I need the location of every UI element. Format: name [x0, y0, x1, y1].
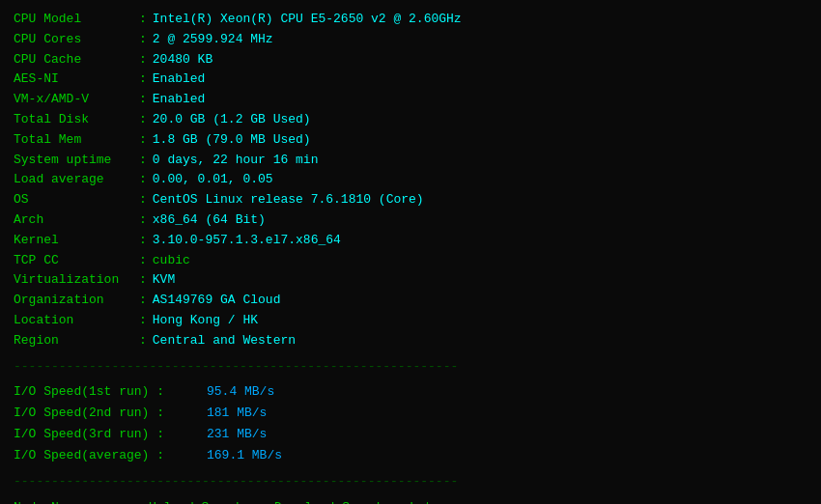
info-value: Central and Western: [153, 331, 296, 351]
io-row: I/O Speed(3rd run) :231 MB/s: [14, 424, 807, 445]
info-label: Load average: [14, 170, 139, 190]
info-row: VM-x/AMD-V:Enabled: [14, 90, 807, 110]
info-value: cubic: [153, 251, 190, 271]
sysinfo-table: CPU Model:Intel(R) Xeon(R) CPU E5-2650 v…: [14, 10, 807, 374]
speedtest-section: Node Name Upload Speed Download Speed La…: [14, 496, 807, 504]
info-label: Location: [14, 311, 139, 331]
io-value: 169.1 MB/s: [207, 445, 282, 466]
info-row: System uptime:0 days, 22 hour 16 min: [14, 151, 807, 171]
info-sep: :: [139, 50, 147, 70]
io-label: I/O Speed(average) :: [14, 445, 207, 466]
info-row: Location:Hong Kong / HK: [14, 311, 807, 331]
info-sep: :: [139, 270, 147, 291]
io-section: I/O Speed(1st run) :95.4 MB/sI/O Speed(2…: [14, 381, 807, 489]
info-value: x86_64 (64 Bit): [153, 210, 266, 231]
info-row: Virtualization:KVM: [14, 270, 807, 291]
info-sep: :: [139, 130, 147, 151]
info-label: OS: [14, 190, 139, 210]
info-label: TCP CC: [14, 251, 139, 271]
speed-header: Node Name Upload Speed Download Speed La…: [14, 496, 807, 504]
info-sep: :: [139, 10, 147, 30]
info-row: Organization:AS149769 GA Cloud: [14, 291, 807, 311]
info-value: 0 days, 22 hour 16 min: [153, 151, 319, 171]
io-label: I/O Speed(2nd run) :: [14, 403, 207, 424]
io-row: I/O Speed(2nd run) :181 MB/s: [14, 403, 807, 424]
info-row: Kernel:3.10.0-957.1.3.el7.x86_64: [14, 231, 807, 251]
info-row: OS:CentOS Linux release 7.6.1810 (Core): [14, 190, 807, 210]
info-sep: :: [139, 210, 147, 231]
divider-2: ----------------------------------------…: [14, 474, 807, 489]
info-row: Load average:0.00, 0.01, 0.05: [14, 170, 807, 190]
info-row: Arch:x86_64 (64 Bit): [14, 210, 807, 231]
io-row: I/O Speed(1st run) :95.4 MB/s: [14, 381, 807, 403]
info-sep: :: [139, 251, 147, 271]
info-row: Total Mem:1.8 GB (79.0 MB Used): [14, 130, 807, 151]
col-node-header: Node Name: [14, 496, 149, 504]
info-label: Region: [14, 331, 139, 351]
info-sep: :: [139, 231, 147, 251]
info-row: Total Disk:20.0 GB (1.2 GB Used): [14, 110, 807, 130]
info-sep: :: [139, 291, 147, 311]
info-value: Hong Kong / HK: [153, 311, 258, 331]
info-value: 0.00, 0.01, 0.05: [153, 170, 273, 190]
info-value: AS149769 GA Cloud: [153, 291, 281, 311]
info-value: CentOS Linux release 7.6.1810 (Core): [153, 190, 424, 210]
info-row: TCP CC:cubic: [14, 251, 807, 271]
info-label: Virtualization: [14, 270, 139, 291]
info-value: Intel(R) Xeon(R) CPU E5-2650 v2 @ 2.60GH…: [153, 10, 462, 30]
io-label: I/O Speed(1st run) :: [14, 381, 207, 403]
info-label: Organization: [14, 291, 139, 311]
info-row: AES-NI:Enabled: [14, 70, 807, 90]
info-sep: :: [139, 30, 147, 50]
info-label: Kernel: [14, 231, 139, 251]
info-sep: :: [139, 151, 147, 171]
io-value: 181 MB/s: [207, 403, 267, 424]
info-sep: :: [139, 331, 147, 351]
info-row: Region:Central and Western: [14, 331, 807, 351]
divider: ----------------------------------------…: [14, 359, 807, 374]
info-sep: :: [139, 311, 147, 331]
info-sep: :: [139, 90, 147, 110]
io-label: I/O Speed(3rd run) :: [14, 424, 207, 445]
info-label: Total Mem: [14, 130, 139, 151]
info-value: 2 @ 2599.924 MHz: [153, 30, 273, 50]
info-label: Total Disk: [14, 110, 139, 130]
info-row: CPU Model:Intel(R) Xeon(R) CPU E5-2650 v…: [14, 10, 807, 30]
info-sep: :: [139, 110, 147, 130]
info-value: 20480 KB: [153, 50, 212, 70]
info-value: 3.10.0-957.1.3.el7.x86_64: [153, 231, 341, 251]
info-row: CPU Cores:2 @ 2599.924 MHz: [14, 30, 807, 50]
col-latency-header: Latency: [410, 496, 463, 504]
info-label: AES-NI: [14, 70, 139, 90]
info-label: CPU Cores: [14, 30, 139, 50]
info-label: Arch: [14, 210, 139, 231]
info-sep: :: [139, 70, 147, 90]
info-value: Enabled: [153, 70, 206, 90]
info-value: 20.0 GB (1.2 GB Used): [153, 110, 311, 130]
col-download-header: Download Speed: [274, 496, 410, 504]
info-label: System uptime: [14, 151, 139, 171]
info-label: VM-x/AMD-V: [14, 90, 139, 110]
info-row: CPU Cache:20480 KB: [14, 50, 807, 70]
info-value: Enabled: [153, 90, 206, 110]
col-upload-header: Upload Speed: [149, 496, 274, 504]
info-value: 1.8 GB (79.0 MB Used): [153, 130, 311, 151]
io-value: 231 MB/s: [207, 424, 267, 445]
info-label: CPU Model: [14, 10, 139, 30]
info-value: KVM: [153, 270, 175, 291]
io-value: 95.4 MB/s: [207, 381, 274, 403]
info-sep: :: [139, 190, 147, 210]
io-row: I/O Speed(average) :169.1 MB/s: [14, 445, 807, 466]
info-label: CPU Cache: [14, 50, 139, 70]
info-sep: :: [139, 170, 147, 190]
